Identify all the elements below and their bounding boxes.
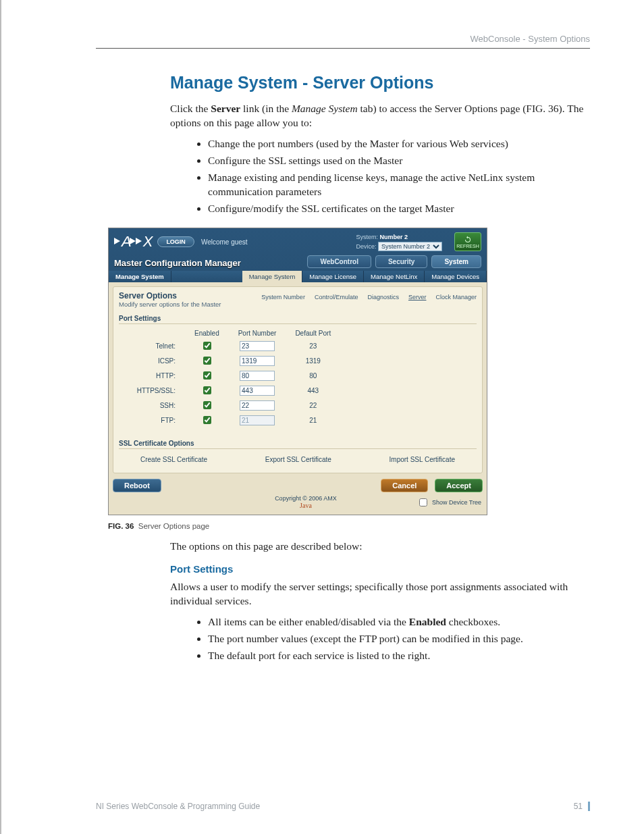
http-port-input[interactable] <box>240 371 275 381</box>
figure-caption: FIG. 36 Server Options page <box>108 522 590 530</box>
intro-bullets: Change the port numbers (used by the Mas… <box>208 137 590 216</box>
tab-system[interactable]: System <box>431 255 481 268</box>
cancel-button[interactable]: Cancel <box>381 479 428 492</box>
intro-text: Click the <box>170 103 211 114</box>
java-logo: Java <box>275 502 337 509</box>
ssh-port-input[interactable] <box>240 400 275 411</box>
port-settings-table: Enabled Port Number Default Port Telnet:… <box>119 328 340 427</box>
accept-button[interactable]: Accept <box>435 479 483 492</box>
server-options-title: Server Options <box>119 291 221 301</box>
table-row: FTP: 21 <box>119 413 340 427</box>
after-figure-text: The options on this page are described b… <box>170 540 590 554</box>
mcm-title: Master Configuration Manager <box>114 258 241 268</box>
http-enabled-checkbox[interactable] <box>203 371 211 380</box>
row-label-ssh: SSH: <box>119 398 185 413</box>
icsp-port-input[interactable] <box>240 356 275 366</box>
port-settings-subhead: Port Settings <box>170 563 590 575</box>
main-tabs: WebControl Security System <box>307 255 481 268</box>
export-ssl-link[interactable]: Export SSL Certificate <box>265 456 331 463</box>
subnav-diagnostics[interactable]: Diagnostics <box>367 294 399 308</box>
bar-left-label: Manage System <box>109 271 171 282</box>
table-row: HTTP: 80 <box>119 368 340 383</box>
server-subnav: System Number Control/Emulate Diagnostic… <box>221 294 477 308</box>
footer-page-number: 51 <box>574 802 583 811</box>
tab-manage-system[interactable]: Manage System <box>242 271 303 282</box>
bullet-item: The port number values (except the FTP p… <box>208 632 590 646</box>
row-label-http: HTTP: <box>119 368 185 383</box>
figure-36: AX LOGIN Welcome guest System: Number 2 … <box>108 228 590 515</box>
bullet-enabled-word: Enabled <box>409 616 446 627</box>
copyright-text: Copyright © 2006 AMX <box>275 495 337 502</box>
tab-webcontrol[interactable]: WebControl <box>307 255 371 268</box>
bullet-text: checkboxes. <box>446 616 500 627</box>
show-device-tree-toggle[interactable]: Show Device Tree <box>417 496 481 509</box>
refresh-button[interactable]: REFRESH <box>454 232 481 251</box>
telnet-enabled-checkbox[interactable] <box>203 342 211 350</box>
table-row: Telnet: 23 <box>119 338 340 353</box>
device-label: Device: <box>356 243 376 250</box>
import-ssl-link[interactable]: Import SSL Certificate <box>390 456 455 463</box>
ftp-enabled-checkbox[interactable] <box>203 416 211 424</box>
port-settings-header: Port Settings <box>119 315 477 324</box>
manage-bar: Manage System Manage System Manage Licen… <box>109 271 487 282</box>
bullet-item: Configure/modify the SSL certificates on… <box>208 202 590 216</box>
tab-manage-netlinx[interactable]: Manage NetLinx <box>364 271 425 282</box>
server-options-subtitle: Modify server options for the Master <box>119 301 221 308</box>
refresh-icon <box>464 236 472 244</box>
server-options-panel: Server Options Modify server options for… <box>113 286 483 473</box>
https-default: 443 <box>286 383 340 398</box>
icsp-default: 1319 <box>286 353 340 368</box>
ssl-links-row: Create SSL Certificate Export SSL Certif… <box>140 456 455 463</box>
subnav-clock-manager[interactable]: Clock Manager <box>435 294 477 308</box>
footer-guide-title: NI Series WebConsole & Programming Guide <box>96 802 260 811</box>
welcome-text: Welcome guest <box>201 238 248 246</box>
refresh-label: REFRESH <box>456 244 479 249</box>
ui-footer: Copyright © 2006 AMX Java Show Device Tr… <box>109 492 487 515</box>
http-default: 80 <box>286 368 340 383</box>
https-port-input[interactable] <box>240 386 275 396</box>
bullet-item: Change the port numbers (used by the Mas… <box>208 137 590 151</box>
col-port-number: Port Number <box>229 328 286 338</box>
table-row: SSH: 22 <box>119 398 340 413</box>
intro-paragraph: Click the Server link (in the Manage Sys… <box>170 102 590 215</box>
port-bullets: All items can be either enabled/disabled… <box>208 615 590 663</box>
tab-manage-license[interactable]: Manage License <box>302 271 364 282</box>
bullet-item: Manage existing and pending license keys… <box>208 171 590 199</box>
subnav-control-emulate[interactable]: Control/Emulate <box>315 294 358 308</box>
ssh-enabled-checkbox[interactable] <box>203 401 211 409</box>
mcm-row: Master Configuration Manager WebControl … <box>109 255 487 271</box>
telnet-port-input[interactable] <box>240 341 275 351</box>
icsp-enabled-checkbox[interactable] <box>203 357 211 365</box>
device-select[interactable]: System Number 2 <box>378 242 442 251</box>
telnet-default: 23 <box>286 338 340 353</box>
intro-text: link (in the <box>240 103 292 114</box>
subnav-system-number[interactable]: System Number <box>261 294 305 308</box>
subnav-server[interactable]: Server <box>408 294 427 308</box>
table-row: HTTPS/SSL: 443 <box>119 383 340 398</box>
show-device-tree-checkbox[interactable] <box>419 498 427 506</box>
ui-header: AX LOGIN Welcome guest System: Number 2 … <box>109 228 487 255</box>
https-enabled-checkbox[interactable] <box>203 386 211 394</box>
amx-logo: AX <box>114 233 151 251</box>
ui-screenshot: AX LOGIN Welcome guest System: Number 2 … <box>108 228 487 515</box>
tab-manage-devices[interactable]: Manage Devices <box>425 271 487 282</box>
tab-security[interactable]: Security <box>375 255 427 268</box>
after-figure-para: The options on this page are described b… <box>170 540 590 554</box>
figure-text: Server Options page <box>138 522 209 530</box>
bullet-item: Configure the SSL settings used on the M… <box>208 154 590 168</box>
ssh-default: 22 <box>286 398 340 413</box>
figure-label: FIG. 36 <box>108 522 134 530</box>
system-device-info: System: Number 2 Device: System Number 2 <box>356 233 442 251</box>
col-enabled: Enabled <box>185 328 229 338</box>
login-button[interactable]: LOGIN <box>157 236 194 247</box>
reboot-button[interactable]: Reboot <box>113 479 161 492</box>
running-head: WebConsole - System Options <box>96 34 590 49</box>
create-ssl-link[interactable]: Create SSL Certificate <box>140 456 207 463</box>
row-label-ftp: FTP: <box>119 413 185 427</box>
page-title: Manage System - Server Options <box>170 73 590 93</box>
ftp-default: 21 <box>286 413 340 427</box>
intro-server-word: Server <box>211 103 240 114</box>
port-para-text: Allows a user to modify the server setti… <box>170 580 590 608</box>
row-label-icsp: ICSP: <box>119 353 185 368</box>
system-value: Number 2 <box>380 234 408 240</box>
